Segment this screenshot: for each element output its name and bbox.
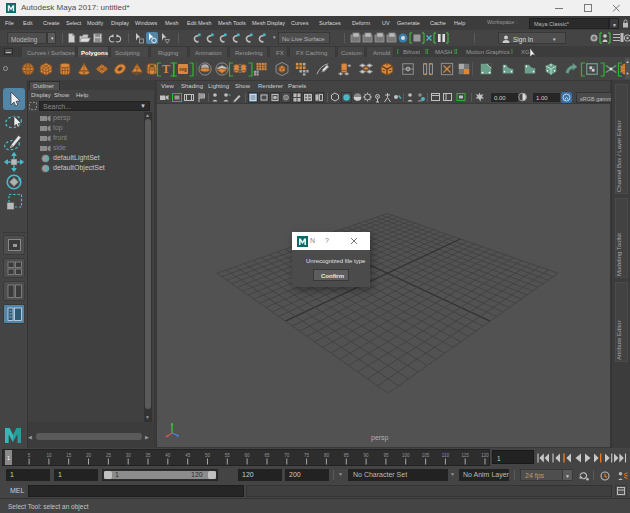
svg-text:5: 5	[28, 453, 31, 458]
svg-text:20: 20	[86, 453, 92, 458]
svg-text:10: 10	[46, 453, 52, 458]
svg-text:70: 70	[284, 453, 290, 458]
svg-text:25: 25	[106, 453, 112, 458]
svg-text:80: 80	[324, 453, 330, 458]
svg-text:40: 40	[165, 453, 171, 458]
svg-text:100: 100	[402, 453, 410, 458]
svg-text:75: 75	[304, 453, 310, 458]
svg-text:50: 50	[205, 453, 211, 458]
svg-text:105: 105	[422, 453, 430, 458]
svg-text:90: 90	[364, 453, 370, 458]
svg-text:45: 45	[185, 453, 191, 458]
svg-text:15: 15	[66, 453, 72, 458]
svg-text:95: 95	[383, 453, 389, 458]
svg-text:65: 65	[264, 453, 270, 458]
svg-text:35: 35	[145, 453, 151, 458]
svg-text:85: 85	[344, 453, 350, 458]
svg-text:110: 110	[442, 453, 450, 458]
svg-text:55: 55	[225, 453, 231, 458]
svg-text:60: 60	[245, 453, 251, 458]
svg-text:115: 115	[462, 453, 470, 458]
svg-text:30: 30	[126, 453, 132, 458]
svg-text:120: 120	[481, 453, 489, 458]
